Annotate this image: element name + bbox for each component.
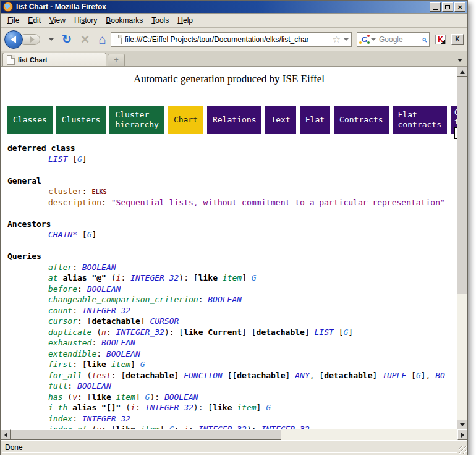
- vertical-scrollbar[interactable]: [457, 67, 467, 429]
- maximize-button[interactable]: [442, 2, 453, 12]
- code-text: ]: [242, 273, 252, 282]
- code-link[interactable]: BOOLEAN: [208, 295, 242, 304]
- code-link[interactable]: i_th: [48, 403, 67, 412]
- doc-nav-button-clusters[interactable]: Clusters: [56, 106, 106, 134]
- doc-nav-button-classes[interactable]: Classes: [7, 106, 53, 134]
- code-link[interactable]: BOOLEAN: [82, 263, 116, 272]
- doc-nav-button-flat-contracts[interactable]: Flat contracts: [393, 106, 447, 134]
- search-input[interactable]: Google: [379, 35, 422, 44]
- code-link[interactable]: G: [252, 273, 257, 282]
- doc-nav-button-chart[interactable]: Chart: [168, 106, 203, 134]
- code-text: ): [: [193, 403, 213, 412]
- tab-list-dropdown-icon[interactable]: [454, 54, 466, 66]
- code-link[interactable]: CHAIN*: [48, 230, 77, 239]
- address-bar[interactable]: file:///C:/Eiffel Projects/tour/Document…: [111, 32, 352, 47]
- menu-item-tools[interactable]: Tools: [147, 14, 173, 27]
- code-link[interactable]: ELKS: [91, 188, 106, 195]
- vertical-scrollbar-thumb[interactable]: [457, 77, 467, 294]
- scroll-left-button[interactable]: [1, 429, 11, 440]
- code-link[interactable]: INTEGER_32: [116, 328, 164, 337]
- tab-list-chart[interactable]: list Chart: [2, 53, 106, 66]
- code-link[interactable]: INTEGER_32: [130, 273, 179, 282]
- code-link[interactable]: exhausted: [48, 338, 91, 347]
- code-link[interactable]: item: [223, 273, 242, 282]
- doc-nav-button-contracts[interactable]: Contracts: [334, 106, 388, 134]
- code-link[interactable]: FUNCTION: [184, 371, 223, 380]
- scroll-right-button[interactable]: [457, 429, 467, 440]
- doc-nav-button-relations[interactable]: Relations: [207, 106, 261, 134]
- code-link[interactable]: index: [48, 414, 72, 423]
- code-link[interactable]: extendible: [48, 349, 96, 358]
- url-dropdown-icon[interactable]: [344, 38, 349, 41]
- code-link[interactable]: item: [237, 403, 256, 412]
- url-text[interactable]: file:///C:/Eiffel Projects/tour/Document…: [125, 35, 331, 44]
- menu-item-history[interactable]: History: [70, 14, 101, 27]
- code-link[interactable]: G: [266, 403, 271, 412]
- doc-nav-button-text[interactable]: Text: [265, 106, 295, 134]
- goto-input[interactable]: list: [454, 127, 457, 139]
- code-link[interactable]: INTEGER_32: [261, 425, 309, 429]
- back-button[interactable]: [4, 30, 23, 49]
- code-link[interactable]: BOOLEAN: [106, 349, 140, 358]
- code-link[interactable]: G: [169, 425, 174, 429]
- code-text: [135, 425, 140, 429]
- menu-item-help[interactable]: Help: [173, 14, 197, 27]
- search-icon[interactable]: ⌕: [422, 34, 427, 44]
- reload-button[interactable]: ↻: [62, 33, 72, 45]
- minimize-button[interactable]: [430, 2, 441, 12]
- code-link[interactable]: INTEGER_32: [82, 306, 130, 315]
- code-link[interactable]: TUPLE: [382, 371, 406, 380]
- scroll-down-button[interactable]: [457, 420, 467, 429]
- code-link[interactable]: at: [48, 273, 58, 282]
- code-link[interactable]: LIST: [315, 328, 334, 337]
- code-link[interactable]: has: [48, 392, 62, 402]
- code-link[interactable]: G: [77, 154, 82, 164]
- menu-item-edit[interactable]: Edit: [23, 14, 45, 27]
- code-link[interactable]: G: [416, 371, 421, 380]
- code-link[interactable]: for_all: [48, 371, 82, 380]
- code-link[interactable]: count: [48, 306, 72, 315]
- code-link[interactable]: BOOLEAN: [164, 392, 198, 402]
- k-toolbar-button[interactable]: K: [451, 34, 464, 45]
- code-link[interactable]: index_of: [48, 425, 87, 429]
- doc-nav-button-flat[interactable]: Flat: [300, 106, 330, 134]
- search-engine-dropdown-icon[interactable]: [371, 38, 376, 41]
- code-link[interactable]: after: [48, 263, 72, 272]
- code-link[interactable]: cursor: [48, 316, 77, 326]
- code-link[interactable]: item: [116, 392, 135, 402]
- code-link[interactable]: item: [111, 360, 130, 369]
- close-button[interactable]: ×: [454, 2, 465, 12]
- code-link[interactable]: BO: [435, 371, 445, 380]
- code-link[interactable]: LIST: [48, 154, 67, 164]
- menu-item-bookmarks[interactable]: Bookmarks: [101, 14, 147, 27]
- code-link[interactable]: BOOLEAN: [101, 338, 135, 347]
- new-tab-button[interactable]: +: [108, 54, 125, 66]
- code-link[interactable]: ANY: [295, 371, 309, 380]
- code-link[interactable]: duplicate: [48, 328, 91, 337]
- code-link[interactable]: INTEGER_32: [82, 414, 130, 423]
- code-link[interactable]: G: [140, 360, 145, 369]
- menu-item-file[interactable]: File: [3, 14, 23, 27]
- scroll-up-button[interactable]: [457, 67, 467, 77]
- code-link[interactable]: INTEGER_32: [145, 403, 193, 412]
- bookmark-star-icon[interactable]: ☆: [333, 34, 341, 45]
- code-link[interactable]: INTEGER_32: [198, 425, 247, 429]
- home-button[interactable]: ⌂: [98, 33, 106, 46]
- code-link[interactable]: changeable_comparison_criterion: [48, 295, 198, 304]
- history-dropdown-icon[interactable]: [49, 38, 54, 41]
- kaspersky-icon[interactable]: K: [435, 35, 446, 44]
- code-link[interactable]: BOOLEAN: [87, 284, 121, 294]
- code-link[interactable]: first: [48, 360, 72, 369]
- doc-nav-button-cluster-hierarchy[interactable]: Cluster hierarchy: [109, 106, 164, 134]
- horizontal-scrollbar[interactable]: [1, 429, 467, 440]
- resize-grip[interactable]: [459, 446, 467, 454]
- code-link[interactable]: item: [140, 425, 159, 429]
- code-link[interactable]: CURSOR: [150, 316, 179, 326]
- horizontal-scrollbar-thumb[interactable]: [11, 429, 281, 440]
- menu-item-view[interactable]: View: [45, 14, 70, 27]
- code-link[interactable]: full: [48, 381, 67, 391]
- code-link[interactable]: before: [48, 284, 77, 294]
- stop-button[interactable]: ✕: [80, 34, 90, 45]
- code-link[interactable]: BOOLEAN: [77, 381, 111, 391]
- search-bar[interactable]: G Google ⌕: [357, 32, 430, 47]
